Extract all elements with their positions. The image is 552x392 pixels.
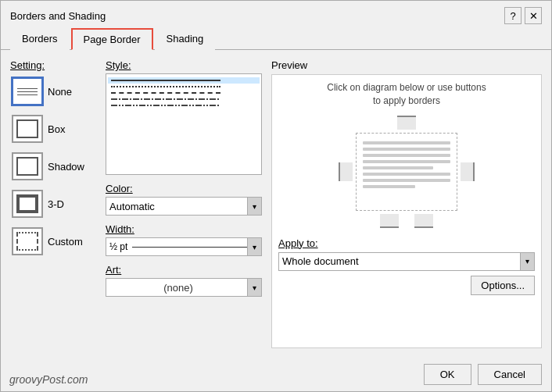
setting-icon-3d — [12, 190, 43, 218]
style-section-label: Style: — [106, 59, 262, 71]
setting-icon-custom — [12, 227, 43, 255]
apply-to-value: Whole document — [282, 255, 520, 267]
title-bar: Borders and Shading ? ✕ — [1, 1, 551, 27]
preview-bottom-right-btn[interactable] — [414, 214, 433, 228]
watermark: groovyPost.com — [9, 373, 88, 386]
color-section: Color: Automatic ▾ — [106, 183, 262, 216]
art-dropdown[interactable]: (none) ▾ — [106, 278, 262, 297]
setting-item-none[interactable]: None — [10, 76, 96, 107]
setting-panel: Setting: None Box — [10, 59, 96, 348]
apply-to-dropdown[interactable]: Whole document ▾ — [278, 252, 535, 271]
preview-bottom-left-btn[interactable] — [380, 214, 399, 228]
width-section: Width: ½ pt ▾ — [106, 223, 262, 256]
style-row-dashed[interactable] — [108, 90, 260, 96]
tab-page-border[interactable]: Page Border — [71, 28, 153, 50]
preview-hint: Click on diagram below or use buttonsto … — [278, 81, 535, 108]
width-dropdown[interactable]: ½ pt ▾ — [106, 237, 262, 256]
color-value: Automatic — [109, 201, 247, 212]
ok-button[interactable]: OK — [424, 364, 471, 385]
preview-right-border-btn[interactable] — [461, 162, 475, 181]
color-dropdown[interactable]: Automatic ▾ — [106, 197, 262, 216]
help-button[interactable]: ? — [504, 7, 522, 24]
preview-top-border-btn[interactable] — [397, 116, 416, 130]
dialog-title: Borders and Shading — [10, 10, 106, 22]
style-listbox[interactable] — [106, 73, 262, 175]
width-label: Width: — [106, 223, 262, 235]
tabs-row: Borders Page Border Shading — [1, 27, 551, 50]
setting-shadow-label: Shadow — [48, 161, 84, 173]
color-label: Color: — [106, 183, 262, 194]
setting-item-custom[interactable]: Custom — [10, 226, 96, 257]
setting-icon-shadow — [12, 152, 43, 180]
setting-box-label: Box — [48, 123, 65, 135]
art-section: Art: (none) ▾ — [106, 264, 262, 297]
setting-label: Setting: — [10, 59, 96, 71]
setting-item-box[interactable]: Box — [10, 113, 96, 144]
tab-borders[interactable]: Borders — [10, 28, 70, 50]
setting-item-shadow[interactable]: Shadow — [10, 151, 96, 182]
apply-to-label: Apply to: — [278, 237, 535, 249]
preview-left-border-btn[interactable] — [339, 162, 353, 181]
setting-3d-label: 3-D — [48, 198, 64, 210]
art-value: (none) — [109, 282, 247, 294]
setting-custom-label: Custom — [48, 236, 83, 248]
art-label: Art: — [106, 264, 262, 276]
setting-icon-box — [12, 115, 43, 143]
width-dropdown-arrow: ▾ — [247, 238, 261, 255]
color-dropdown-arrow: ▾ — [247, 198, 261, 215]
borders-and-shading-dialog: Borders and Shading ? ✕ Borders Page Bor… — [0, 0, 552, 392]
style-row-dashdotdot[interactable] — [108, 102, 260, 109]
close-button[interactable]: ✕ — [525, 7, 542, 24]
preview-document-area[interactable] — [356, 133, 457, 211]
setting-item-3d[interactable]: 3-D — [10, 188, 96, 219]
title-bar-controls: ? ✕ — [504, 7, 542, 24]
style-row-dotted[interactable] — [108, 84, 260, 90]
style-panel: Style: — [106, 59, 262, 348]
options-button[interactable]: Options... — [471, 276, 535, 295]
preview-label: Preview — [271, 59, 542, 71]
width-value: ½ pt — [109, 241, 127, 252]
setting-none-label: None — [48, 86, 72, 98]
apply-to-arrow: ▾ — [520, 253, 534, 270]
style-section: Style: — [106, 59, 262, 175]
cancel-button[interactable]: Cancel — [478, 364, 542, 385]
preview-panel: Preview Click on diagram below or use bu… — [271, 59, 542, 348]
preview-box: Click on diagram below or use buttonsto … — [271, 74, 542, 348]
style-row-dashdot[interactable] — [108, 96, 260, 102]
setting-icon-none — [12, 77, 43, 105]
style-row-solid[interactable] — [108, 77, 260, 84]
art-dropdown-arrow: ▾ — [247, 279, 261, 296]
tab-shading[interactable]: Shading — [155, 28, 216, 50]
dialog-body: Setting: None Box — [1, 50, 551, 358]
